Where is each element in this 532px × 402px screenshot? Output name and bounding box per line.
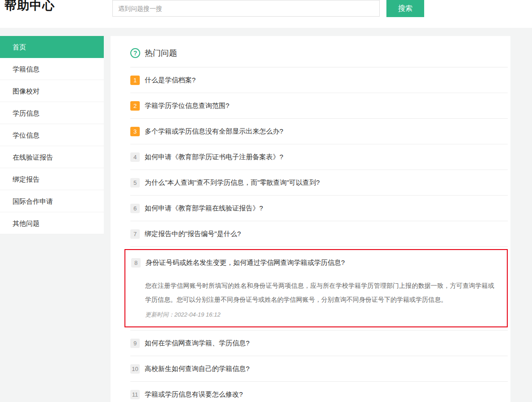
- question-circle-icon: ?: [130, 48, 140, 58]
- question-text: 学籍学历学位信息查询范围?: [145, 102, 229, 110]
- question-number-badge: 2: [130, 101, 140, 111]
- question-number-badge: 3: [130, 127, 140, 136]
- question-number-badge: 6: [130, 204, 140, 213]
- question-text: 为什么"本人查询"查不到学历信息，而"零散查询"可以查到?: [145, 179, 320, 187]
- question-text: 多个学籍或学历信息没有全部显示出来怎么办?: [145, 127, 283, 136]
- question-number-badge: 10: [130, 364, 140, 374]
- expanded-question-wrapper: 8 身份证号码或姓名发生变更，如何通过学信网查询学籍或学历信息? 您在注册学信网…: [130, 247, 508, 331]
- page-title: 帮助中心: [4, 0, 55, 13]
- question-text: 如何申请《教育部学籍在线验证报告》?: [145, 204, 263, 213]
- sidebar-item-student-status[interactable]: 学籍信息: [0, 58, 104, 80]
- section-header: ? 热门问题: [130, 36, 508, 67]
- question-text: 如何在学信网查询学籍、学历信息?: [145, 339, 249, 348]
- question-text: 如何申请《教育部学历证书电子注册备案表》?: [145, 153, 283, 161]
- question-number-badge: 5: [130, 178, 140, 188]
- section-title: 热门问题: [145, 48, 177, 58]
- question-item[interactable]: 6 如何申请《教育部学籍在线验证报告》?: [130, 196, 508, 221]
- sidebar-item-other-questions[interactable]: 其他问题: [0, 212, 104, 234]
- sidebar-item-degree-info[interactable]: 学位信息: [0, 124, 104, 146]
- answer-text: 您在注册学信网账号时所填写的姓名和身份证号两项信息，应与所在学校学籍学历管理部门…: [145, 279, 494, 307]
- question-number-badge: 1: [130, 76, 140, 85]
- sidebar-item-intl-cooperation[interactable]: 国际合作申请: [0, 190, 104, 212]
- highlight-box: 8 身份证号码或姓名发生变更，如何通过学信网查询学籍或学历信息? 您在注册学信网…: [124, 249, 508, 327]
- question-number-badge: 9: [130, 339, 140, 348]
- question-item[interactable]: 10 高校新生如何查询自己的学籍信息?: [130, 356, 508, 382]
- question-number-badge: 11: [130, 390, 140, 399]
- main-content: ? 热门问题 1 什么是学信档案? 2 学籍学历学位信息查询范围? 3 多个学籍…: [111, 36, 510, 402]
- sidebar-item-education-info[interactable]: 学历信息: [0, 102, 104, 124]
- question-text: 身份证号码或姓名发生变更，如何通过学信网查询学籍或学历信息?: [146, 259, 345, 267]
- question-number-badge: 8: [131, 258, 141, 268]
- question-item[interactable]: 4 如何申请《教育部学历证书电子注册备案表》?: [130, 144, 508, 170]
- sidebar-item-home[interactable]: 首页: [0, 36, 104, 58]
- question-item-expanded[interactable]: 8 身份证号码或姓名发生变更，如何通过学信网查询学籍或学历信息?: [131, 251, 507, 274]
- question-text: 学籍或学历信息有误要怎么修改?: [145, 390, 243, 399]
- sidebar-item-online-verify-report[interactable]: 在线验证报告: [0, 146, 104, 168]
- question-item[interactable]: 5 为什么"本人查询"查不到学历信息，而"零散查询"可以查到?: [130, 170, 508, 196]
- question-item[interactable]: 11 学籍或学历信息有误要怎么修改?: [130, 382, 508, 402]
- update-time: 更新时间：2022-04-19 16:12: [145, 311, 507, 319]
- sidebar: 首页 学籍信息 图像校对 学历信息 学位信息 在线验证报告 绑定报告 国际合作申…: [0, 36, 104, 234]
- question-number-badge: 7: [130, 229, 140, 239]
- sidebar-item-photo-check[interactable]: 图像校对: [0, 80, 104, 102]
- header: 帮助中心 搜索: [0, 0, 532, 28]
- question-item[interactable]: 9 如何在学信网查询学籍、学历信息?: [130, 331, 508, 356]
- sidebar-item-bind-report[interactable]: 绑定报告: [0, 168, 104, 190]
- search-button[interactable]: 搜索: [386, 0, 424, 17]
- question-text: 什么是学信档案?: [145, 76, 195, 85]
- question-item[interactable]: 7 绑定报告中的"报告编号"是什么?: [130, 221, 508, 247]
- question-number-badge: 4: [130, 152, 140, 162]
- question-item[interactable]: 2 学籍学历学位信息查询范围?: [130, 93, 508, 119]
- question-item[interactable]: 1 什么是学信档案?: [130, 67, 508, 93]
- question-item[interactable]: 3 多个学籍或学历信息没有全部显示出来怎么办?: [130, 119, 508, 144]
- question-text: 高校新生如何查询自己的学籍信息?: [145, 365, 249, 373]
- search-input[interactable]: [112, 0, 380, 17]
- question-text: 绑定报告中的"报告编号"是什么?: [145, 230, 241, 238]
